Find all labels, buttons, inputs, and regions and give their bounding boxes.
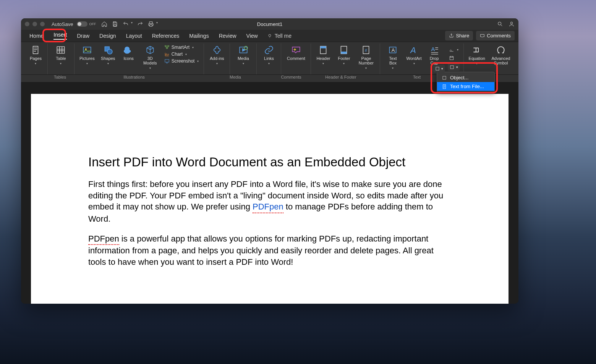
title-bar: AutoSave OFF ▾ ▾ Document1 (21, 18, 518, 30)
doc-paragraph-1: First things first: before you insert an… (88, 179, 451, 225)
tab-draw[interactable]: Draw (72, 31, 94, 41)
document-area[interactable]: Insert PDF into Word Document as an Embe… (21, 82, 518, 304)
menu-item-text-from-file[interactable]: Text from File... (437, 82, 494, 91)
page-1[interactable]: Insert PDF into Word Document as an Embe… (31, 94, 509, 304)
search-icon[interactable] (497, 21, 503, 27)
signature-line-button[interactable]: ▾ (448, 47, 460, 53)
links-button[interactable]: Links ▾ (261, 44, 277, 66)
undo-dropdown[interactable]: ▾ (131, 21, 133, 27)
undo-icon[interactable] (123, 21, 129, 27)
document-title: Document1 (257, 21, 282, 27)
svg-rect-27 (436, 67, 439, 70)
svg-rect-9 (165, 45, 166, 46)
print-icon[interactable] (148, 21, 154, 27)
group-comments: Comment (281, 43, 311, 74)
svg-rect-12 (165, 60, 169, 62)
tab-mailings[interactable]: Mailings (185, 31, 213, 41)
svg-rect-16 (321, 46, 326, 48)
svg-rect-10 (167, 45, 169, 46)
svg-rect-11 (166, 48, 168, 48)
doc-paragraph-2: PDFpen is a powerful app that allows you… (88, 233, 451, 268)
home-icon[interactable] (101, 21, 107, 27)
svg-point-1 (510, 22, 512, 24)
group-symbols: Equation▾ Advanced Symbol (464, 43, 515, 74)
autosave-label: AutoSave (52, 21, 73, 27)
pages-button[interactable]: Pages ▾ (27, 44, 44, 66)
screenshot-button[interactable]: Screenshot▾ (163, 58, 200, 64)
share-button[interactable]: Share (445, 31, 473, 40)
svg-point-2 (269, 34, 271, 36)
link-pdfpen[interactable]: PDFpen (253, 202, 283, 211)
tab-view[interactable]: View (242, 31, 262, 41)
equation-button[interactable]: Equation▾ (468, 44, 486, 66)
svg-rect-28 (443, 76, 446, 79)
date-time-button[interactable] (448, 55, 460, 61)
group-header-footer: Header▾ Footer▾ # Page Number▾ (311, 43, 380, 74)
group-text: A Text Box▾ A WordArt▾ A Drop Cap▾ ▾ (380, 43, 463, 74)
doc-heading: Insert PDF into Word Document as an Embe… (88, 155, 451, 169)
group-links: Links ▾ (257, 43, 281, 74)
account-icon[interactable] (509, 21, 515, 27)
svg-text:A: A (392, 47, 395, 53)
shapes-button[interactable]: Shapes ▾ (100, 44, 117, 66)
tab-design[interactable]: Design (95, 31, 121, 41)
autosave-toggle[interactable]: OFF (77, 21, 96, 27)
page-number-button[interactable]: # Page Number▾ (356, 44, 376, 71)
tab-insert[interactable]: Insert (49, 29, 71, 42)
svg-text:A: A (431, 46, 435, 52)
save-icon[interactable] (112, 21, 118, 27)
group-illustrations: Pictures ▾ Shapes ▾ Icons 3D Models ▾ (74, 43, 204, 74)
svg-rect-25 (450, 56, 453, 60)
svg-text:A: A (410, 45, 416, 55)
svg-rect-26 (450, 66, 453, 69)
table-button[interactable]: Table ▾ (52, 44, 69, 66)
word-window: AutoSave OFF ▾ ▾ Document1 Home Insert D… (21, 18, 518, 304)
svg-point-8 (107, 49, 112, 54)
object-dropdown-open[interactable]: ▾ (433, 65, 445, 72)
window-controls (25, 22, 45, 26)
svg-rect-4 (57, 47, 65, 53)
footer-button[interactable]: Footer▾ (335, 44, 352, 66)
menu-item-object[interactable]: Object... (437, 73, 494, 82)
tab-layout[interactable]: Layout (121, 31, 147, 41)
group-tables: Table ▾ (48, 43, 74, 74)
media-button[interactable]: Media ▾ (235, 44, 252, 66)
redo-icon[interactable] (137, 21, 143, 27)
addins-button[interactable]: Add-ins ▾ (209, 44, 225, 66)
qat-customize[interactable]: ▾ (156, 21, 158, 27)
group-pages: Pages ▾ (24, 43, 48, 74)
zoom-window[interactable] (40, 22, 45, 26)
group-addins: Add-ins ▾ (204, 43, 230, 74)
3d-models-button[interactable]: 3D Models ▾ (141, 44, 159, 71)
comments-button[interactable]: Comments (476, 31, 515, 40)
tab-home[interactable]: Home (25, 31, 48, 41)
object-dropdown-menu: Object... Text from File... (437, 72, 495, 92)
tell-me-search[interactable]: Tell me (267, 33, 292, 39)
chart-button[interactable]: Chart▾ (163, 51, 200, 57)
text-box-button[interactable]: A Text Box▾ (384, 44, 402, 71)
ribbon-tabs: Home Insert Draw Design Layout Reference… (21, 30, 518, 42)
wordart-button[interactable]: A WordArt▾ (405, 44, 422, 66)
svg-rect-18 (341, 52, 347, 53)
icons-button[interactable]: Icons (120, 44, 137, 61)
pictures-button[interactable]: Pictures ▾ (78, 44, 96, 66)
svg-rect-3 (33, 46, 38, 54)
symbol-button[interactable]: Advanced Symbol (490, 44, 512, 66)
svg-rect-5 (83, 47, 91, 53)
object-dropdown-button[interactable]: ▾ (448, 63, 460, 71)
svg-point-0 (498, 22, 501, 25)
comment-button[interactable]: Comment (286, 44, 306, 61)
close-window[interactable] (25, 22, 29, 26)
tab-references[interactable]: References (147, 31, 184, 41)
minimize-window[interactable] (32, 22, 37, 26)
group-media: Media ▾ (230, 43, 257, 74)
smartart-button[interactable]: SmartArt▾ (163, 44, 200, 50)
header-button[interactable]: Header▾ (315, 44, 332, 66)
tab-review[interactable]: Review (214, 31, 241, 41)
svg-text:#: # (365, 48, 367, 53)
